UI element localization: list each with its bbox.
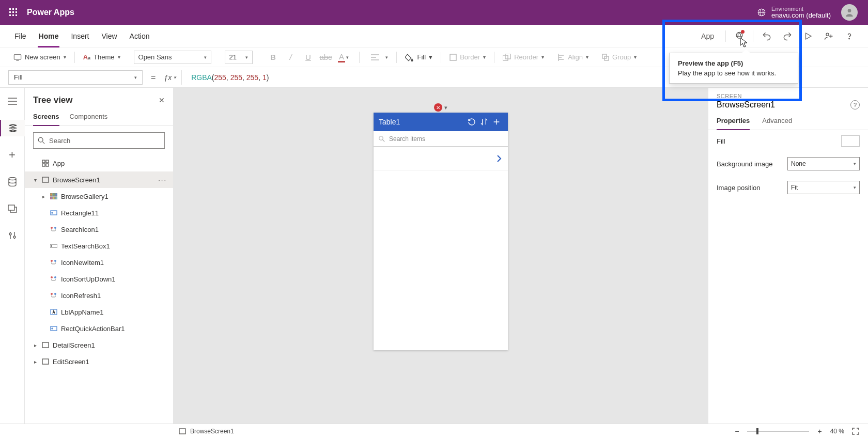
tab-screens[interactable]: Screens bbox=[33, 110, 59, 126]
chevron-down-icon[interactable]: ▾ bbox=[444, 104, 447, 111]
data-icon[interactable] bbox=[4, 174, 21, 190]
bold-button[interactable]: B bbox=[266, 50, 281, 65]
share-icon[interactable] bbox=[818, 26, 839, 46]
svg-point-50 bbox=[52, 328, 53, 329]
fill-button[interactable]: Fill▾ bbox=[405, 53, 433, 61]
bgimage-select[interactable]: None▾ bbox=[787, 157, 860, 170]
environment-block[interactable]: Environment enavu.com (default) bbox=[771, 6, 831, 19]
tooltip-body: Play the app to see how it works. bbox=[678, 69, 789, 77]
tab-components[interactable]: Components bbox=[70, 110, 108, 126]
svg-rect-2 bbox=[16, 8, 17, 10]
zoom-out-button[interactable]: − bbox=[732, 427, 742, 435]
border-icon bbox=[450, 54, 457, 61]
status-screen-name[interactable]: BrowseScreen1 bbox=[179, 428, 234, 435]
menu-view[interactable]: View bbox=[95, 25, 123, 47]
tree-node-app[interactable]: App bbox=[25, 155, 173, 171]
tooltip-title: Preview the app (F5) bbox=[678, 59, 789, 67]
svg-point-11 bbox=[848, 9, 851, 12]
tree-node-iconsort[interactable]: IconSortUpDown1 bbox=[25, 271, 173, 287]
user-avatar[interactable] bbox=[841, 4, 858, 21]
strike-button[interactable]: abc bbox=[319, 50, 333, 65]
canvas[interactable]: ✕ ▾ Table1 Search items bbox=[174, 88, 708, 424]
tree-view-title: Tree view bbox=[33, 95, 73, 105]
phone-list-row[interactable] bbox=[374, 147, 508, 170]
chevron-right-icon bbox=[497, 155, 502, 162]
tree-node-lblapp[interactable]: LblAppName1 bbox=[25, 304, 173, 320]
screen-icon bbox=[41, 341, 50, 349]
font-color-button[interactable]: A▾ bbox=[336, 50, 351, 65]
imgpos-select[interactable]: Fit▾ bbox=[787, 181, 860, 194]
menu-bar: File Home Insert View Action App bbox=[0, 25, 868, 48]
svg-rect-36 bbox=[55, 197, 57, 199]
tab-advanced[interactable]: Advanced bbox=[762, 115, 792, 130]
svg-rect-27 bbox=[46, 160, 49, 163]
fit-screen-button[interactable] bbox=[851, 427, 860, 435]
zoom-in-button[interactable]: + bbox=[814, 427, 825, 435]
app-label[interactable]: App bbox=[693, 32, 722, 40]
help-icon[interactable] bbox=[839, 26, 860, 46]
svg-rect-52 bbox=[42, 359, 49, 364]
app-icon bbox=[41, 159, 50, 167]
rectangle-icon bbox=[50, 324, 58, 333]
fill-color-swatch[interactable] bbox=[841, 135, 860, 147]
tab-properties[interactable]: Properties bbox=[717, 115, 750, 130]
tree-node-iconrefresh[interactable]: IconRefresh1 bbox=[25, 287, 173, 304]
help-icon[interactable]: ? bbox=[850, 100, 860, 110]
fx-button[interactable]: ƒx▾ bbox=[164, 70, 182, 85]
zoom-value: 40 bbox=[830, 428, 837, 435]
insert-icon[interactable]: + bbox=[4, 147, 21, 163]
environment-icon[interactable] bbox=[757, 8, 766, 17]
text-align-button[interactable] bbox=[368, 50, 382, 65]
svg-rect-34 bbox=[50, 197, 52, 199]
menu-file[interactable]: File bbox=[8, 25, 33, 47]
underline-button[interactable]: U bbox=[301, 50, 316, 65]
tools-icon[interactable] bbox=[4, 227, 21, 244]
tree-node-edit[interactable]: ▸ EditScreen1 bbox=[25, 353, 173, 370]
redo-icon[interactable] bbox=[777, 26, 798, 46]
italic-button[interactable]: / bbox=[284, 50, 298, 65]
refresh-icon[interactable] bbox=[466, 118, 478, 126]
font-size-select[interactable]: 21▾ bbox=[225, 51, 253, 64]
tree-search-input[interactable]: Search bbox=[33, 132, 165, 149]
close-icon[interactable]: ✕ bbox=[159, 96, 165, 104]
align-button[interactable]: Align▾ bbox=[568, 53, 588, 61]
property-selector[interactable]: Fill▾ bbox=[8, 70, 143, 85]
label-icon bbox=[50, 308, 58, 316]
sort-icon[interactable] bbox=[478, 118, 490, 126]
phone-search-input[interactable]: Search items bbox=[374, 131, 508, 147]
search-icon bbox=[379, 136, 385, 142]
tree-node-gallery[interactable]: ▸ BrowseGallery1 bbox=[25, 188, 173, 205]
tree-node-iconnew[interactable]: IconNewItem1 bbox=[25, 254, 173, 271]
error-indicator[interactable]: ✕ ▾ bbox=[434, 103, 447, 112]
undo-icon[interactable] bbox=[756, 26, 777, 46]
group-button[interactable]: Group▾ bbox=[612, 53, 637, 61]
properties-crumb: SCREEN bbox=[708, 88, 868, 99]
tree-node-rectquick[interactable]: RectQuickActionBar1 bbox=[25, 320, 173, 337]
hamburger-icon[interactable] bbox=[4, 93, 21, 110]
reorder-button[interactable]: Reorder▾ bbox=[514, 53, 544, 61]
tree-node-detail[interactable]: ▸ DetailScreen1 bbox=[25, 337, 173, 353]
tree-node-searchicon[interactable]: SearchIcon1 bbox=[25, 221, 173, 238]
new-screen-button[interactable]: New screen▾ bbox=[25, 53, 66, 61]
font-select[interactable]: Open Sans▾ bbox=[134, 51, 211, 64]
svg-rect-7 bbox=[12, 14, 14, 16]
menu-home[interactable]: Home bbox=[33, 25, 65, 47]
border-button[interactable]: Border▾ bbox=[460, 53, 486, 61]
notification-dot-icon bbox=[741, 30, 745, 34]
play-preview-icon[interactable] bbox=[798, 26, 818, 46]
svg-point-42 bbox=[51, 260, 53, 262]
theme-button[interactable]: Theme▾ bbox=[94, 53, 120, 61]
menu-action[interactable]: Action bbox=[123, 25, 156, 47]
tree-node-browsescreen[interactable]: ▾ BrowseScreen1 ··· bbox=[25, 171, 173, 188]
menu-insert[interactable]: Insert bbox=[65, 25, 95, 47]
more-icon[interactable]: ··· bbox=[158, 176, 167, 184]
zoom-slider[interactable] bbox=[747, 431, 809, 432]
rectangle-icon bbox=[50, 209, 58, 217]
tree-node-textsearch[interactable]: TextSearchBox1 bbox=[25, 238, 173, 254]
tree-node-rectangle[interactable]: Rectangle11 bbox=[25, 205, 173, 221]
tree-view-icon[interactable] bbox=[0, 120, 25, 136]
media-icon[interactable] bbox=[4, 200, 21, 217]
app-launcher-icon[interactable] bbox=[5, 4, 22, 21]
svg-point-24 bbox=[13, 236, 16, 238]
add-icon[interactable] bbox=[490, 118, 503, 126]
